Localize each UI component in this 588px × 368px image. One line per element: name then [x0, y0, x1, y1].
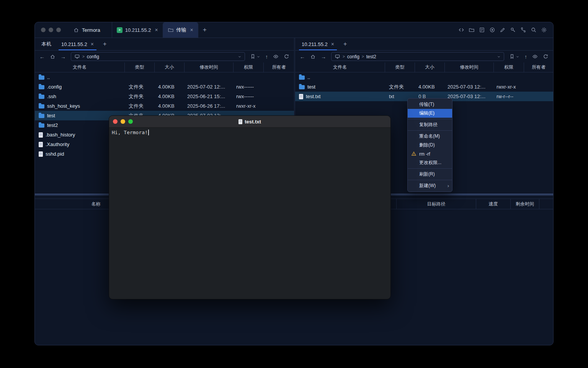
- file-name: ssh_host_keys: [47, 103, 80, 109]
- column-header-remaining-time[interactable]: 剩余时间: [511, 199, 539, 209]
- column-header-mtime[interactable]: 修改时间: [445, 62, 494, 72]
- file-row[interactable]: .ssh 文件夹 4.00KB 2025-06-21 15:... rwx---…: [35, 92, 294, 101]
- search-icon[interactable]: [531, 27, 537, 33]
- column-header-target-path[interactable]: 目标路径: [397, 199, 476, 209]
- refresh-icon[interactable]: [284, 54, 289, 59]
- menu-item-edit[interactable]: 编辑(E): [408, 109, 452, 118]
- file-perm: rw-r--r--: [494, 94, 524, 99]
- path-breadcrumb[interactable]: > config: [71, 52, 245, 61]
- column-header-speed[interactable]: 速度: [476, 199, 511, 209]
- menu-item-delete[interactable]: 删除(D): [408, 141, 452, 150]
- termora-window: Termora > 10.211.55.2 × 传输 × +: [34, 22, 554, 345]
- new-panel-tab-button[interactable]: +: [339, 38, 351, 50]
- tab-local[interactable]: 本机: [36, 38, 56, 50]
- column-header-type[interactable]: 类型: [385, 62, 415, 72]
- menu-item-rename[interactable]: 重命名(M): [408, 132, 452, 141]
- chevron-down-icon[interactable]: [238, 55, 242, 59]
- file-mtime: 2025-07-03 12:...: [445, 94, 494, 99]
- eye-icon[interactable]: [532, 54, 538, 59]
- file-mtime: 2025-06-26 17:...: [185, 103, 234, 109]
- column-header-owner[interactable]: 所有者: [264, 62, 294, 72]
- forward-button[interactable]: →: [60, 54, 66, 59]
- code-icon[interactable]: [458, 27, 464, 33]
- close-window-button[interactable]: [41, 28, 46, 32]
- menu-item-change-permissions[interactable]: 更改权限...: [408, 158, 452, 167]
- file-icon: [39, 142, 43, 147]
- column-header-name[interactable]: 文件名: [35, 62, 125, 72]
- home-tab[interactable]: Termora: [68, 22, 106, 38]
- tab-transfer[interactable]: 传输 ×: [163, 22, 198, 38]
- window-controls: [35, 22, 68, 38]
- forward-button[interactable]: →: [321, 54, 326, 59]
- titlebar-actions: [458, 22, 553, 38]
- branch-icon[interactable]: [520, 27, 526, 33]
- path-breadcrumb[interactable]: > config > test2: [331, 52, 504, 61]
- breadcrumb-item[interactable]: config: [347, 54, 359, 59]
- menu-item-label: rm -rf: [419, 151, 430, 157]
- new-panel-tab-button[interactable]: +: [99, 38, 111, 50]
- pencil-icon[interactable]: [500, 27, 506, 33]
- file-row[interactable]: ..: [35, 72, 294, 82]
- menu-item-transfer[interactable]: 传输(T): [408, 100, 452, 109]
- column-header-name[interactable]: 文件名: [295, 62, 385, 72]
- refresh-icon[interactable]: [543, 54, 549, 59]
- computer-icon: [74, 54, 80, 59]
- menu-item-label: 新建(W): [419, 182, 436, 189]
- minimize-window-button[interactable]: [121, 119, 125, 124]
- file-type: 文件夹: [125, 93, 155, 100]
- close-window-button[interactable]: [113, 119, 118, 124]
- folder-icon[interactable]: [469, 27, 475, 33]
- column-header-perm[interactable]: 权限: [494, 62, 524, 72]
- home-directory-button[interactable]: [310, 54, 316, 59]
- parent-directory-button[interactable]: ↑: [524, 54, 527, 59]
- close-tab-icon[interactable]: ×: [190, 27, 193, 33]
- record-icon[interactable]: [489, 27, 495, 33]
- chevron-down-icon[interactable]: [497, 55, 501, 59]
- menu-item-copy-path[interactable]: 复制路径: [408, 120, 452, 129]
- column-header-size[interactable]: 大小: [155, 62, 185, 72]
- breadcrumb-separator: >: [343, 54, 345, 59]
- ssh-session-icon: >: [117, 27, 122, 33]
- menu-separator: [408, 119, 452, 119]
- menu-item-rm-rf[interactable]: rm -rf: [408, 150, 452, 158]
- breadcrumb-item[interactable]: test2: [366, 54, 376, 59]
- editor-titlebar[interactable]: test.txt: [109, 116, 390, 128]
- file-row[interactable]: .config 文件夹 4.00KB 2025-07-02 12:... rwx…: [35, 82, 294, 92]
- new-tab-button[interactable]: +: [198, 22, 211, 38]
- gear-icon[interactable]: [541, 27, 547, 33]
- close-tab-icon[interactable]: ×: [155, 27, 158, 33]
- tab-label: 10.211.55.2: [61, 41, 87, 47]
- folder-icon: [39, 123, 44, 128]
- bookmark-button[interactable]: [509, 54, 519, 59]
- file-row[interactable]: test 文件夹 4.00KB 2025-07-03 12:... rwxr-x…: [295, 82, 553, 92]
- close-tab-icon[interactable]: ×: [331, 41, 334, 47]
- column-header-mtime[interactable]: 修改时间: [185, 62, 234, 72]
- bookmark-button[interactable]: [250, 54, 260, 59]
- zoom-window-button[interactable]: [128, 119, 133, 124]
- breadcrumb-item[interactable]: config: [87, 54, 99, 59]
- editor-title: test.txt: [238, 119, 261, 125]
- column-header-perm[interactable]: 权限: [234, 62, 264, 72]
- home-directory-button[interactable]: [50, 54, 56, 59]
- tab-host-session[interactable]: > 10.211.55.2 ×: [112, 22, 163, 38]
- eye-icon[interactable]: [273, 54, 279, 59]
- parent-directory-button[interactable]: ↑: [265, 54, 268, 59]
- back-button[interactable]: ←: [39, 54, 45, 59]
- column-header-owner[interactable]: 所有者: [524, 62, 553, 72]
- left-panel-toolbar: ← → > config: [35, 51, 294, 62]
- menu-item-new[interactable]: 新建(W) ›: [408, 181, 452, 190]
- back-button[interactable]: ←: [300, 54, 305, 59]
- close-tab-icon[interactable]: ×: [91, 41, 94, 47]
- column-header-type[interactable]: 类型: [125, 62, 155, 72]
- file-row[interactable]: ssh_host_keys 文件夹 4.00KB 2025-06-26 17:.…: [35, 101, 294, 111]
- zoom-window-button[interactable]: [56, 28, 61, 32]
- minimize-window-button[interactable]: [49, 28, 53, 32]
- key-icon[interactable]: [510, 27, 516, 33]
- tab-remote-host[interactable]: 10.211.55.2 ×: [297, 38, 339, 50]
- editor-content[interactable]: Hi, Termora!: [109, 128, 390, 299]
- file-row[interactable]: ..: [295, 72, 553, 82]
- column-header-size[interactable]: 大小: [415, 62, 445, 72]
- tab-remote-host[interactable]: 10.211.55.2 ×: [56, 38, 99, 50]
- menu-item-refresh[interactable]: 刷新(R): [408, 170, 452, 179]
- log-icon[interactable]: [479, 27, 485, 33]
